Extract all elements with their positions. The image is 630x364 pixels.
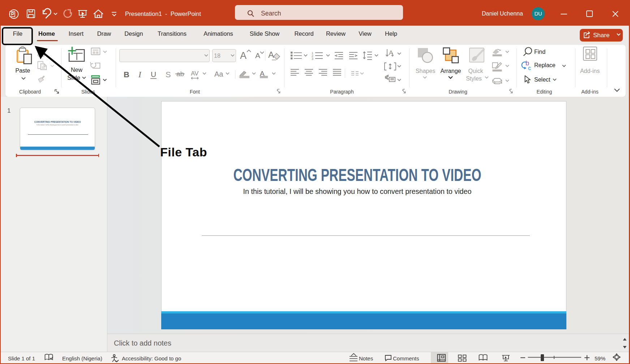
svg-text:c: c	[528, 65, 531, 71]
svg-text:Aa: Aa	[214, 70, 223, 78]
svg-text:B: B	[124, 70, 129, 79]
svg-text:A: A	[268, 50, 274, 60]
svg-text:S: S	[166, 70, 171, 79]
svg-text:3: 3	[312, 57, 313, 61]
svg-text:A: A	[240, 50, 247, 61]
svg-text:AV: AV	[191, 70, 199, 77]
svg-text:A: A	[255, 51, 260, 60]
svg-text:I: I	[138, 70, 142, 79]
svg-text:U: U	[151, 70, 156, 78]
